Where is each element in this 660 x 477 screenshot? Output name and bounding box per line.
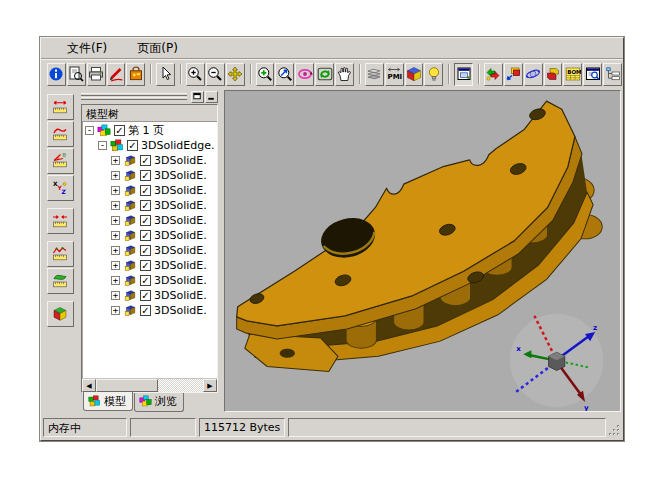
- visibility-checkbox[interactable]: ✓: [140, 230, 151, 241]
- panel-float-button[interactable]: [191, 91, 204, 103]
- export-package-button[interactable]: [126, 63, 145, 86]
- tree-expand-toggle[interactable]: +: [111, 216, 120, 225]
- tree-expand-toggle[interactable]: +: [111, 246, 120, 255]
- tree-node-label[interactable]: 3DSolidE.: [154, 184, 207, 197]
- visibility-checkbox[interactable]: ✓: [127, 140, 138, 151]
- measure-volume-button[interactable]: [47, 301, 74, 327]
- measure-angle-button[interactable]: [47, 148, 74, 174]
- tree-node-label[interactable]: 3DSolidE.: [154, 304, 207, 317]
- scroll-right-arrow[interactable]: ▶: [203, 379, 217, 392]
- view-cube-icon: [406, 66, 422, 82]
- visibility-checkbox[interactable]: ✓: [140, 275, 151, 286]
- resize-grip[interactable]: [608, 424, 621, 437]
- axis-triad[interactable]: z y x: [510, 314, 603, 411]
- tab-browse[interactable]: 浏览: [134, 393, 184, 412]
- tree-node-label[interactable]: 3DSolidE.: [154, 259, 207, 272]
- tree-row: +✓3DSolidE.: [82, 273, 217, 288]
- scrollbar-thumb[interactable]: [96, 379, 158, 392]
- tree-expand-toggle[interactable]: +: [111, 231, 120, 240]
- tree-expand-toggle[interactable]: +: [111, 186, 120, 195]
- desktop: 文件(F) 页面(P) 模型树: [0, 0, 660, 477]
- tree-hscrollbar[interactable]: ◀ ▶: [82, 378, 217, 392]
- measure-polyline-button[interactable]: [47, 241, 74, 267]
- orbit-part-button[interactable]: [524, 63, 543, 86]
- panel-header: [81, 90, 218, 103]
- tree-expand-toggle[interactable]: +: [111, 276, 120, 285]
- scrollbar-track[interactable]: [96, 379, 203, 392]
- props-icon: [585, 66, 601, 82]
- explode-view-button[interactable]: [544, 63, 563, 86]
- visibility-checkbox[interactable]: ✓: [140, 215, 151, 226]
- visibility-checkbox[interactable]: ✓: [140, 185, 151, 196]
- measure-min-distance-button[interactable]: [47, 208, 74, 234]
- measure-curve-button[interactable]: [47, 121, 74, 147]
- tree-expand-toggle[interactable]: +: [111, 306, 120, 315]
- view-orientation-button[interactable]: [405, 63, 424, 86]
- asm-icon: [110, 139, 124, 153]
- rotate-view-button[interactable]: [295, 63, 314, 86]
- markup-pen-button[interactable]: [107, 63, 126, 86]
- panel-drag-handle[interactable]: [81, 92, 187, 101]
- tree-node-label[interactable]: 3DSolidEdge.: [141, 139, 214, 152]
- tree-node-label[interactable]: 3DSolidE.: [154, 214, 207, 227]
- spin-view-button[interactable]: [315, 63, 334, 86]
- preview-icon: [68, 66, 84, 82]
- model-3d[interactable]: z y x: [225, 91, 620, 411]
- tab-browse-label: 浏览: [155, 394, 177, 409]
- file-info-button[interactable]: [47, 63, 66, 86]
- tree-expand-toggle[interactable]: +: [111, 291, 120, 300]
- scroll-left-arrow[interactable]: ◀: [82, 379, 96, 392]
- structure-tree-button[interactable]: [603, 63, 622, 86]
- tree-node-label[interactable]: 3DSolidE.: [154, 154, 207, 167]
- pan-hand-button[interactable]: [335, 63, 354, 86]
- visibility-checkbox[interactable]: ✓: [140, 170, 151, 181]
- zoom-in-button[interactable]: [186, 63, 205, 86]
- measure-area-button[interactable]: [47, 268, 74, 294]
- tree-expand-toggle[interactable]: +: [111, 261, 120, 270]
- tree-node-label[interactable]: 3DSolidE.: [154, 244, 207, 257]
- visibility-checkbox[interactable]: ✓: [140, 260, 151, 271]
- tree-expand-toggle[interactable]: +: [111, 171, 120, 180]
- tree-expand-toggle[interactable]: +: [111, 201, 120, 210]
- tree-expand-toggle[interactable]: +: [111, 156, 120, 165]
- pmi-display-button[interactable]: [385, 63, 404, 86]
- visibility-checkbox[interactable]: ✓: [140, 245, 151, 256]
- visibility-checkbox[interactable]: ✓: [140, 200, 151, 211]
- measure-distance-button[interactable]: [47, 94, 74, 120]
- tree-node-label[interactable]: 3DSolidE.: [154, 229, 207, 242]
- visibility-checkbox[interactable]: ✓: [140, 155, 151, 166]
- layers-button[interactable]: [365, 63, 384, 86]
- visibility-checkbox[interactable]: ✓: [140, 305, 151, 316]
- viewport-mode-button[interactable]: [454, 63, 473, 86]
- layers-icon: [366, 66, 382, 82]
- visibility-checkbox[interactable]: ✓: [140, 290, 151, 301]
- bom-table-button[interactable]: [563, 63, 582, 86]
- move-part-button[interactable]: [504, 63, 523, 86]
- viewport-3d[interactable]: z y x: [224, 90, 621, 412]
- print-button[interactable]: [87, 63, 106, 86]
- visibility-checkbox[interactable]: ✓: [114, 125, 125, 136]
- zoom-window-button[interactable]: [256, 63, 275, 86]
- properties-window-button[interactable]: [583, 63, 602, 86]
- part-icon: [123, 289, 137, 303]
- tree-node-label[interactable]: 3DSolidE.: [154, 289, 207, 302]
- panel-hide-button[interactable]: [205, 91, 218, 103]
- tree-node-label[interactable]: 第 1 页: [128, 123, 164, 138]
- menu-item-page[interactable]: 页面(P): [129, 38, 186, 59]
- pmi-icon: [386, 66, 402, 82]
- measure-coordinate-button[interactable]: [47, 175, 74, 201]
- print-preview-button[interactable]: [67, 63, 86, 86]
- tree-node-label[interactable]: 3DSolidE.: [154, 274, 207, 287]
- tab-model[interactable]: 模型: [83, 392, 133, 411]
- tree-expand-toggle[interactable]: -: [85, 126, 94, 135]
- move-view-button[interactable]: [226, 63, 245, 86]
- tree-node-label[interactable]: 3DSolidE.: [154, 199, 207, 212]
- menu-item-file[interactable]: 文件(F): [59, 38, 115, 59]
- zoom-out-button[interactable]: [206, 63, 225, 86]
- lighting-button[interactable]: [424, 63, 443, 86]
- zoom-dynamic-button[interactable]: [275, 63, 294, 86]
- select-button[interactable]: [156, 63, 175, 86]
- tree-expand-toggle[interactable]: -: [98, 141, 107, 150]
- tree-node-label[interactable]: 3DSolidE.: [154, 169, 207, 182]
- compare-models-button[interactable]: [484, 63, 503, 86]
